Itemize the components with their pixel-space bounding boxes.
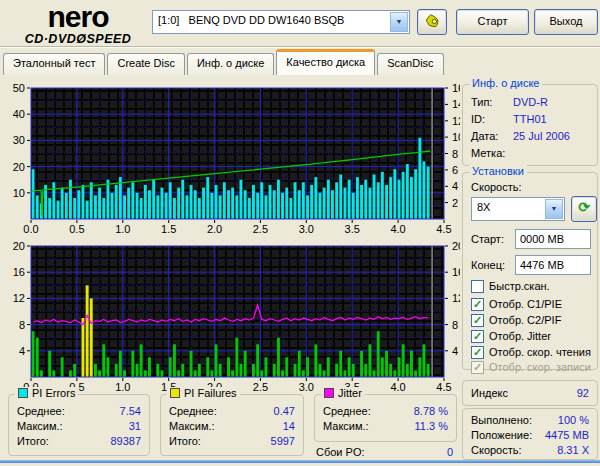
progress-status-box: Выполнено:100 % Положение:4475 MB Скорос… — [462, 408, 598, 460]
disc-type-label: Тип: — [471, 96, 513, 108]
exit-button[interactable]: Выход — [534, 9, 598, 35]
checkbox-box[interactable]: ✓ — [471, 330, 484, 343]
svg-text:20: 20 — [13, 161, 25, 173]
checkbox-show-jitter[interactable]: ✓Отобр. Jitter — [471, 329, 551, 343]
speed-status-label: Скорость: — [471, 444, 522, 456]
checkbox-show-c1-pie[interactable]: ✓Отобр. C1/PIE — [471, 297, 562, 311]
speed-status-value: 8.31 X — [522, 444, 589, 456]
nero-logo-text: nero — [8, 2, 148, 32]
pi-failures-swatch — [170, 388, 180, 398]
svg-text:2.5: 2.5 — [253, 223, 268, 235]
stat-label: Среднее: — [17, 405, 65, 417]
cd-dvd-speed-logo-text: CD·DVDØSPEED — [8, 33, 148, 46]
tab-bar: Эталонный тест Create Disc Инф. о диске … — [3, 50, 444, 75]
disc-date-label: Дата: — [471, 130, 513, 142]
checkbox-box[interactable] — [471, 280, 484, 293]
checkbox-show-read-speed[interactable]: ✓Отобр. скор. чтения — [471, 345, 591, 359]
checkbox-label: Отобр. C2/PIF — [489, 314, 561, 326]
disc-label-label: Метка: — [471, 147, 513, 159]
start-button[interactable]: Старт — [456, 9, 529, 35]
svg-text:4.0: 4.0 — [390, 223, 405, 235]
svg-text:50: 50 — [13, 82, 25, 94]
checkbox-label: Отобр. C1/PIE — [489, 298, 562, 310]
po-failures-row: Сбои PO: 0 — [316, 446, 453, 458]
jitter-legend-box: Jitter Среднее:8.78 % Максим.:11.3 % — [314, 394, 457, 442]
disc-info-box: Инф. о диске Тип:DVD-R ID:TTH01 Дата:25 … — [462, 84, 598, 166]
svg-text:14: 14 — [452, 98, 460, 110]
checkbox-label: Отобр. скор. записи — [489, 361, 591, 373]
svg-text:30: 30 — [13, 134, 25, 146]
svg-text:16: 16 — [452, 266, 460, 278]
stat-label: Итого: — [169, 435, 201, 447]
index-value: 92 — [508, 387, 589, 399]
end-position-input[interactable] — [515, 255, 591, 275]
refresh-icon: ⟳ — [578, 199, 590, 215]
disc-date-value: 25 Jul 2006 — [513, 130, 589, 142]
eject-disc-button[interactable] — [417, 9, 447, 35]
position-label: Положение: — [471, 429, 532, 441]
svg-text:16: 16 — [452, 82, 460, 94]
svg-text:4: 4 — [452, 180, 458, 192]
pi-errors-legend-box: PI Errors Среднее:7.54 Максим.:31 Итого:… — [8, 394, 150, 456]
drive-select-dropdown[interactable]: [1:0] BENQ DVD DD DW1640 BSQB ▼ — [152, 10, 410, 34]
tab-disc-quality[interactable]: Качество диска — [276, 49, 375, 75]
tab-disc-info[interactable]: Инф. о диске — [187, 53, 274, 75]
checkbox-box[interactable]: ✓ — [471, 314, 484, 327]
stat-label: Максим.: — [17, 420, 63, 432]
tab-benchmark[interactable]: Эталонный тест — [3, 53, 105, 75]
svg-text:8: 8 — [452, 319, 458, 331]
position-value: 4475 MB — [532, 429, 589, 441]
checkbox-show-c2-pif[interactable]: ✓Отобр. C2/PIF — [471, 313, 561, 327]
done-value: 100 % — [532, 414, 589, 426]
settings-box: Установки Скорость: 8X ▼ ⟳ Старт: Конец:… — [462, 172, 598, 370]
stat-label: Среднее: — [323, 405, 371, 417]
checkbox-box: ✓ — [471, 361, 484, 374]
svg-text:20: 20 — [13, 240, 25, 252]
done-label: Выполнено: — [471, 414, 532, 426]
svg-text:1.0: 1.0 — [115, 223, 130, 235]
po-failures-value: 0 — [365, 446, 453, 458]
checkbox-box[interactable]: ✓ — [471, 346, 484, 359]
speed-select-value: 8X — [477, 201, 490, 213]
stat-value: 14 — [215, 420, 295, 432]
checkbox-show-write-speed: ✓Отобр. скор. записи — [471, 360, 591, 374]
disc-id-value: TTH01 — [513, 113, 589, 125]
refresh-button[interactable]: ⟳ — [571, 196, 597, 222]
svg-text:0.0: 0.0 — [23, 223, 38, 235]
svg-text:16: 16 — [13, 266, 25, 278]
start-position-input[interactable] — [515, 229, 591, 249]
svg-text:3.0: 3.0 — [299, 381, 314, 393]
svg-text:8: 8 — [19, 319, 25, 331]
checkbox-label: Быстр.скан. — [489, 280, 550, 292]
stat-value: 11.3 % — [369, 420, 448, 432]
pi-failures-legend-title: PI Failures — [184, 387, 237, 399]
disc-info-title: Инф. о диске — [469, 77, 542, 89]
svg-text:1.5: 1.5 — [161, 223, 176, 235]
chevron-down-icon[interactable]: ▼ — [545, 199, 563, 219]
chevron-down-icon[interactable]: ▼ — [390, 12, 408, 32]
checkbox-label: Отобр. Jitter — [489, 330, 551, 342]
speed-select-dropdown[interactable]: 8X ▼ — [471, 197, 565, 221]
tab-scandisc[interactable]: ScanDisc — [377, 53, 443, 75]
stat-label: Максим.: — [323, 420, 369, 432]
svg-text:4.5: 4.5 — [436, 223, 451, 235]
eject-hand-icon — [424, 20, 441, 32]
stat-value: 7.54 — [65, 405, 141, 417]
pi-failures-jitter-chart: 48121620481216200.00.51.01.52.02.53.03.5… — [1, 240, 460, 394]
svg-text:1.0: 1.0 — [115, 381, 130, 393]
tab-create-disc[interactable]: Create Disc — [107, 53, 184, 75]
svg-text:8: 8 — [452, 148, 458, 160]
svg-text:40: 40 — [13, 108, 25, 120]
stat-label: Среднее: — [169, 405, 217, 417]
jitter-legend-title: Jitter — [338, 387, 362, 399]
stat-value: 89387 — [49, 435, 141, 447]
window-bottom-border — [0, 460, 600, 463]
nero-cd-dvd-speed-window: nero CD·DVDØSPEED [1:0] BENQ DVD DD DW16… — [0, 0, 600, 466]
stat-label: Итого: — [17, 435, 49, 447]
jitter-swatch — [324, 388, 334, 398]
start-position-label: Старт: — [471, 233, 504, 245]
checkbox-fast-scan[interactable]: Быстр.скан. — [471, 279, 550, 293]
svg-text:6: 6 — [452, 164, 458, 176]
checkbox-box[interactable]: ✓ — [471, 298, 484, 311]
svg-text:20: 20 — [452, 240, 460, 252]
